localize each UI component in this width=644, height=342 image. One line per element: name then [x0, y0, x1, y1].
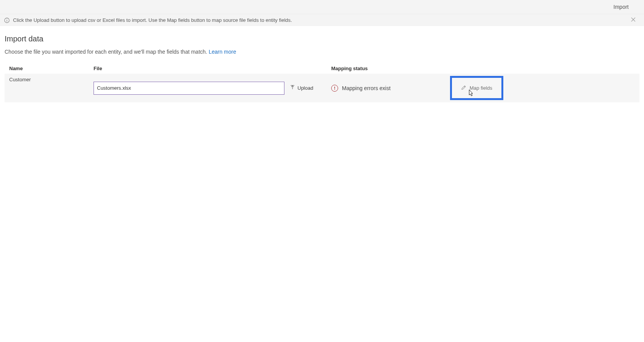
file-cell: Upload [94, 82, 331, 95]
import-action[interactable]: Import [613, 4, 629, 10]
pencil-icon [461, 85, 467, 91]
learn-more-link[interactable]: Learn more [209, 49, 236, 55]
header-bar: Import [0, 0, 644, 14]
mapping-status-text: Mapping errors exist [342, 85, 391, 91]
close-icon[interactable] [631, 17, 637, 23]
map-fields-cell: Map fields [450, 76, 565, 100]
error-icon: ! [331, 85, 338, 92]
col-name: Name [9, 66, 94, 71]
mapping-status-cell: ! Mapping errors exist [331, 85, 450, 92]
upload-icon [290, 85, 295, 91]
map-fields-label: Map fields [470, 85, 492, 91]
map-fields-button[interactable]: Map fields [461, 85, 492, 91]
info-icon [4, 17, 10, 23]
table-row: Customer Upload [5, 74, 567, 102]
page-subtitle-text: Choose the file you want imported for ea… [5, 49, 209, 55]
svg-point-2 [7, 19, 7, 19]
info-text: Click the Upload button to upload csv or… [13, 17, 292, 23]
entity-grid: Name File Mapping status Customer [5, 66, 639, 102]
page-content: Import data Choose the file you want imp… [0, 26, 644, 102]
grid-body: Customer Upload [5, 74, 639, 102]
col-file: File [94, 66, 331, 71]
file-name-input[interactable] [94, 82, 284, 95]
upload-button[interactable]: Upload [289, 83, 314, 93]
svg-line-7 [464, 86, 465, 87]
entity-name: Customer [9, 76, 94, 82]
page-title: Import data [5, 35, 639, 43]
page-subtitle: Choose the file you want imported for ea… [5, 49, 639, 55]
info-bar: Click the Upload button to upload csv or… [0, 14, 644, 26]
col-mapping-status: Mapping status [331, 66, 450, 71]
map-fields-highlight: Map fields [450, 76, 503, 100]
grid-header: Name File Mapping status [5, 66, 639, 74]
upload-label: Upload [297, 85, 313, 91]
